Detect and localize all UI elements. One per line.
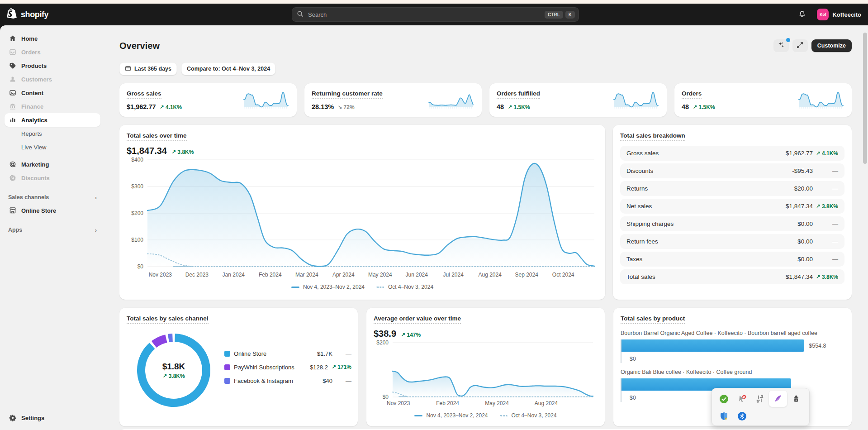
sidebar-item-products[interactable]: Products <box>5 59 100 72</box>
breakdown-value: $1,847.34 <box>786 273 813 280</box>
sidebar-item-marketing[interactable]: Marketing <box>5 158 100 171</box>
page-scrollbar <box>863 27 867 428</box>
chart-legend: Nov 4, 2023–Nov 2, 2024 Oct 4–Nov 3, 202… <box>374 412 598 419</box>
expand-icon <box>797 42 803 50</box>
chart-title[interactable]: Total sales by product <box>621 315 685 324</box>
breakdown-value: $1,962.77 <box>786 150 813 157</box>
breakdown-value: $1,847.34 <box>786 203 813 210</box>
avatar: Kof <box>817 9 829 20</box>
metric-value: $1,962.77 <box>127 103 156 110</box>
green-check-tray-icon[interactable] <box>715 391 733 407</box>
sidebar-item-finance[interactable]: Finance <box>5 100 100 113</box>
metric-change: ↗ 4.1K% <box>160 104 182 110</box>
bar-value-label: $554.8 <box>809 343 826 349</box>
breakdown-row: Net sales $1,847.34 ↗ 3.8K% <box>620 199 844 214</box>
breakdown-title[interactable]: Total sales breakdown <box>620 132 685 141</box>
channel-legend: Online Store $1.7K — PayWhirl Subscripti… <box>224 347 351 387</box>
sidebar-item-orders[interactable]: Orders <box>5 45 100 59</box>
chart-title[interactable]: Average order value over time <box>374 315 461 324</box>
shopify-logo[interactable]: shopify <box>6 4 48 25</box>
sales-channels-section[interactable]: Sales channels › <box>5 191 100 204</box>
metric-value: 48 <box>682 103 689 110</box>
slack-tray-icon[interactable] <box>751 391 769 407</box>
metric-card-orders-fulfilled: Orders fulfilled 48 ↗ 1.5K% <box>489 83 667 117</box>
sidebar-item-live-view[interactable]: Live View <box>5 140 100 154</box>
bank-icon <box>8 102 17 111</box>
average-order-value-card: Average order value over time $38.9 ↗ 14… <box>366 308 605 426</box>
metric-card-returning-customer-rate: Returning customer rate 28.13% ↘ 72% <box>304 83 482 117</box>
breakdown-row: Taxes $0.00 — <box>620 252 844 267</box>
feather-extension-tray-icon[interactable] <box>769 391 787 407</box>
sidebar-item-settings[interactable]: Settings <box>5 411 100 425</box>
chart-value: $1,847.34 <box>127 146 167 156</box>
search-input[interactable] <box>307 11 542 19</box>
sparkline-chart <box>612 90 659 110</box>
sidebar-item-discounts[interactable]: Discounts <box>5 171 100 185</box>
scrollbar-thumb[interactable] <box>863 33 867 164</box>
channel-legend-row: PayWhirl Subscriptions $128.2 ↗ 171% <box>224 360 351 374</box>
breakdown-label: Gross sales <box>626 150 786 157</box>
top-bar: shopify CTRL K Kof Koffeecito <box>0 4 868 25</box>
date-range-button[interactable]: Last 365 days <box>119 62 177 75</box>
sidebar-item-home[interactable]: Home <box>5 32 100 45</box>
sidebar-item-reports[interactable]: Reports <box>5 127 100 140</box>
calendar-icon <box>125 65 131 73</box>
breakdown-change: — <box>813 220 838 227</box>
breakdown-value: $0.00 <box>797 220 813 227</box>
sales-by-channel-card: Total sales by sales channel $1.8K ↗ 3.8… <box>119 308 358 426</box>
compare-to-button[interactable]: Compare to: Oct 4–Nov 3, 2024 <box>181 62 275 75</box>
svg-text:Aug 2024: Aug 2024 <box>479 272 502 278</box>
bluetooth-tray-icon[interactable] <box>733 408 751 424</box>
marketing-icon <box>8 160 17 169</box>
breakdown-value: -$20.00 <box>792 185 813 192</box>
channel-legend-row: Online Store $1.7K — <box>224 347 351 360</box>
apps-section[interactable]: Apps › <box>5 224 100 236</box>
chart-title[interactable]: Total sales by sales channel <box>127 315 209 324</box>
svg-text:Sep 2024: Sep 2024 <box>515 272 538 278</box>
breakdown-label: Shipping charges <box>626 220 797 227</box>
chart-title[interactable]: Total sales over time <box>127 132 187 141</box>
bar-axis-zero: $0 <box>621 352 844 363</box>
orders-icon <box>8 48 17 57</box>
chart-change: ↗ 147% <box>401 332 421 338</box>
expand-button[interactable] <box>792 39 808 52</box>
metric-title[interactable]: Gross sales <box>127 90 161 99</box>
insights-button[interactable] <box>773 39 789 52</box>
account-menu[interactable]: Kof Koffeecito <box>816 7 863 22</box>
search-icon <box>297 10 304 19</box>
sidebar-item-analytics[interactable]: Analytics <box>5 113 100 127</box>
shopify-bag-icon <box>6 8 18 22</box>
dotted-line-swatch <box>500 415 508 416</box>
shield-warning-tray-icon[interactable] <box>715 408 733 424</box>
window-edge-strip <box>0 0 868 4</box>
sidebar-item-customers[interactable]: Customers <box>5 72 100 86</box>
svg-text:Dec 2023: Dec 2023 <box>185 272 209 278</box>
metric-title[interactable]: Orders <box>682 90 702 99</box>
breakdown-row: Total sales $1,847.34 ↗ 3.8K% <box>620 269 844 284</box>
product-label: Bourbon Barrel Organic Aged Coffee · Kof… <box>621 330 844 336</box>
product-bar <box>621 339 804 352</box>
total-sales-line-chart: $0$100$200$300$400Nov 2023Dec 2023Jan 20… <box>127 156 598 279</box>
sidebar-item-online-store[interactable]: Online Store <box>5 204 100 217</box>
svg-text:$0: $0 <box>383 394 389 400</box>
global-search[interactable]: CTRL K <box>292 7 579 22</box>
hydrant-tray-icon[interactable] <box>787 391 805 407</box>
channel-change: — <box>336 350 351 357</box>
svg-text:Jul 2024: Jul 2024 <box>443 272 464 278</box>
aov-line-chart: $0$200Nov 2023Feb 2024May 2024Aug 2024 <box>374 339 598 408</box>
sparkline-chart <box>242 90 289 110</box>
metric-title[interactable]: Orders fulfilled <box>497 90 540 99</box>
svg-text:Oct 2024: Oct 2024 <box>552 272 574 278</box>
svg-text:May 2024: May 2024 <box>485 400 509 406</box>
notifications-button[interactable] <box>795 7 809 22</box>
sidebar-item-content[interactable]: Content <box>5 86 100 100</box>
svg-text:Nov 2023: Nov 2023 <box>149 272 172 278</box>
metric-title[interactable]: Returning customer rate <box>312 90 383 99</box>
channel-value: $128.2 <box>310 364 328 371</box>
cursor-blocked-tray-icon[interactable] <box>733 391 751 407</box>
legend-swatch <box>224 378 230 384</box>
chevron-right-icon: › <box>95 194 97 201</box>
metric-value: 48 <box>497 103 504 110</box>
legend-swatch <box>224 364 230 370</box>
customize-button[interactable]: Customize <box>811 39 852 52</box>
